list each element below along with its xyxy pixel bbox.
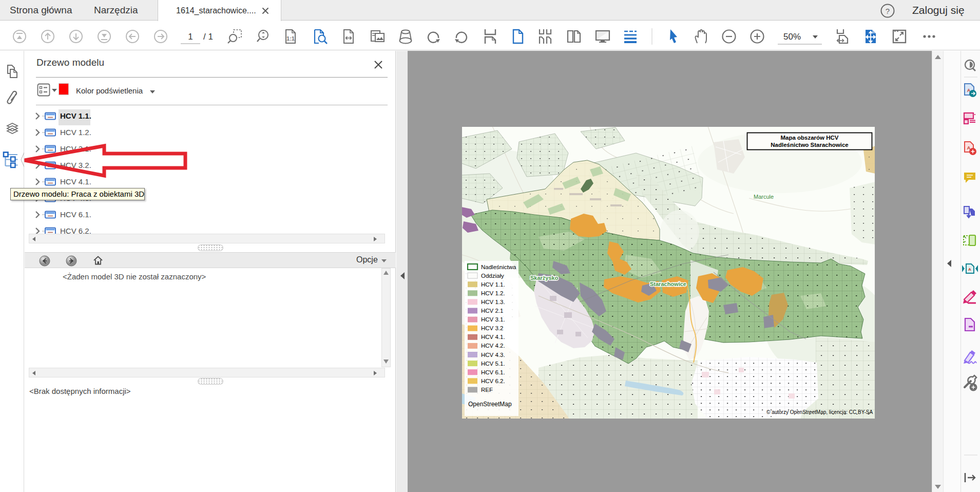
svg-text:HCV 1.2.: HCV 1.2. [481,290,505,296]
svg-text:Oddziały: Oddziały [481,273,504,279]
svg-text:HCV 6.2.: HCV 6.2. [481,378,505,384]
svg-text:Skarżysko: Skarżysko [530,275,559,281]
svg-text:HCV 1.3.: HCV 1.3. [481,299,505,305]
svg-text:HCV 6.1.: HCV 6.1. [481,369,505,375]
svg-text:Nadleśnictwa: Nadleśnictwa [481,264,516,270]
svg-text:© autorzy OpenStreetMap, licen: © autorzy OpenStreetMap, licencja: CC BY… [766,409,873,415]
svg-text:HCV 5.1.: HCV 5.1. [481,361,505,367]
svg-text:1: 1 [188,32,193,42]
svg-text:HCV 4.1.: HCV 4.1. [481,334,505,340]
svg-text:HCV 1.1.: HCV 1.1. [481,281,505,288]
svg-text:HCV 3.2: HCV 3.2 [481,325,503,331]
svg-text:Marcule: Marcule [754,194,774,200]
svg-text:50%: 50% [783,32,801,42]
svg-text:HCV 3.1.: HCV 3.1. [481,316,505,323]
svg-text:HCV 4.2.: HCV 4.2. [481,343,505,349]
svg-text:?: ? [886,7,890,15]
svg-text:Nadleśnictwo Starachowice: Nadleśnictwo Starachowice [771,142,848,148]
svg-text:OpenStreetMap: OpenStreetMap [468,401,512,408]
svg-text:HCV 2.1: HCV 2.1 [481,308,503,314]
svg-text:A: A [968,267,971,272]
svg-text:/ 1: / 1 [203,32,213,42]
svg-text:HCV 4.3.: HCV 4.3. [481,352,505,358]
svg-text:REF: REF [481,387,493,393]
svg-text:Starachowice: Starachowice [650,281,686,287]
svg-text:1:1: 1:1 [286,35,295,42]
svg-text:Mapa obszarów HCV: Mapa obszarów HCV [780,135,838,141]
